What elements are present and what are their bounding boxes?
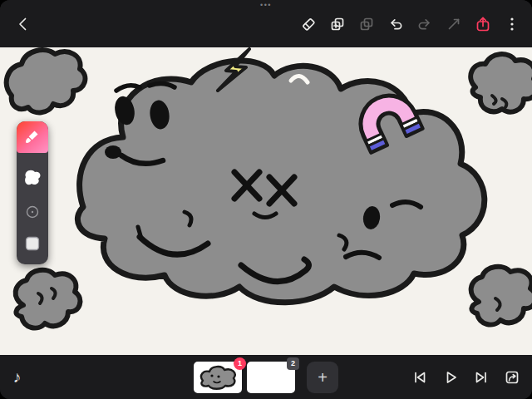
duplicate-frame-button[interactable]: [328, 14, 347, 34]
paint-blob-icon: [20, 165, 45, 190]
line-tool-icon: [445, 15, 463, 33]
frame-thumbnail-2[interactable]: 2: [247, 362, 295, 393]
plus-icon: +: [318, 369, 328, 386]
add-frame-button[interactable]: +: [307, 362, 338, 393]
drawing-app-window: •••: [0, 0, 532, 399]
paste-frame-button[interactable]: [357, 14, 377, 34]
frame-2-badge: 2: [287, 357, 299, 370]
topbar-icon-group: [298, 14, 522, 34]
brush-tool-button[interactable]: [17, 121, 48, 153]
brush-icon: [23, 128, 42, 146]
page-flip-icon: [503, 368, 521, 387]
size-ring-icon: [25, 204, 40, 219]
color-swatch-button[interactable]: [25, 236, 40, 251]
kebab-menu-icon: [503, 15, 521, 33]
duplicate-icon: [328, 15, 347, 33]
redo-button[interactable]: [415, 14, 435, 34]
share-icon: [474, 15, 492, 33]
audio-button[interactable]: ♪: [13, 368, 22, 387]
page-flip-button[interactable]: [502, 367, 522, 387]
drawing-canvas[interactable]: [0, 47, 532, 355]
tool-palette: [17, 121, 48, 264]
frame-strip: 1 2 +: [194, 362, 338, 393]
canvas-drawing: [0, 47, 532, 355]
top-toolbar: •••: [0, 0, 532, 47]
play-button[interactable]: [441, 367, 461, 387]
music-note-icon: ♪: [13, 368, 22, 386]
play-icon: [441, 368, 460, 387]
paste-icon: [357, 15, 376, 33]
skip-to-start-icon: [411, 368, 429, 387]
main-cloud-shape: [77, 61, 484, 303]
share-button[interactable]: [473, 14, 493, 34]
more-menu-button[interactable]: [502, 14, 522, 34]
eraser-tool-button[interactable]: [298, 14, 318, 34]
timeline-bar: ♪ 1 2 +: [0, 355, 532, 399]
frame-1-badge: 1: [234, 357, 246, 370]
redo-icon: [416, 15, 434, 33]
undo-button[interactable]: [386, 14, 406, 34]
eraser-icon: [299, 15, 318, 33]
brush-shape-button[interactable]: [20, 165, 45, 190]
skip-to-start-button[interactable]: [410, 367, 430, 387]
system-handle-dots: •••: [260, 1, 272, 9]
brush-size-button[interactable]: [25, 204, 40, 219]
skip-to-end-button[interactable]: [471, 367, 491, 387]
line-tool-button[interactable]: [444, 14, 464, 34]
back-button[interactable]: [13, 14, 33, 34]
frame-thumbnail-1[interactable]: 1: [194, 362, 242, 393]
playback-controls: [410, 367, 522, 387]
back-chevron-icon: [14, 15, 32, 33]
undo-icon: [387, 15, 405, 33]
color-swatch-icon: [25, 236, 40, 251]
skip-to-end-icon: [472, 368, 490, 387]
